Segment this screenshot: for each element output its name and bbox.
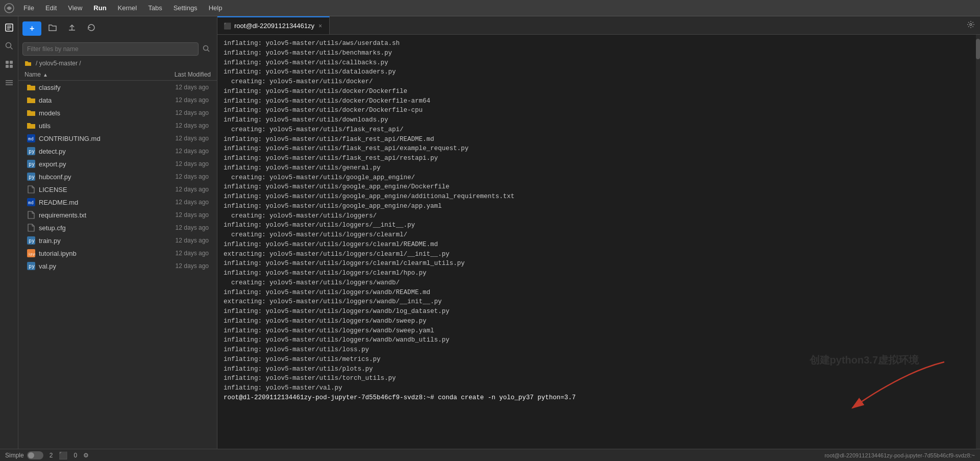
terminal-line: inflating: yolov5-master/utils/loggers/c… <box>224 259 974 269</box>
file-icon <box>27 223 36 232</box>
terminal-line: creating: yolov5-master/utils/loggers/cl… <box>224 230 974 240</box>
menu-edit[interactable]: Edit <box>40 2 62 14</box>
terminal-line: inflating: yolov5-master/utils/flask_res… <box>224 135 974 144</box>
file-icon: py <box>27 147 36 156</box>
terminal-line: extracting: yolov5-master/utils/loggers/… <box>224 297 974 307</box>
modified-col-label: Last Modified <box>175 71 211 78</box>
terminal-content[interactable]: inflating: yolov5-master/utils/aws/userd… <box>217 35 980 449</box>
terminal-scrollbar[interactable] <box>976 35 980 449</box>
simple-mode-label: Simple <box>5 452 24 459</box>
breadcrumb: / yolov5-master / <box>18 58 217 69</box>
file-list: classify 12 days ago data 12 days ago mo… <box>18 81 217 449</box>
upload-button[interactable] <box>64 20 80 36</box>
file-modified: 12 days ago <box>153 262 209 270</box>
file-name: utils <box>39 122 153 130</box>
col-modified-header[interactable]: Last Modified <box>155 71 211 78</box>
tab-bar: ⬛ root@dl-2209112134461zy × <box>217 16 980 35</box>
svg-text:py: py <box>29 238 35 244</box>
terminal-line: inflating: yolov5-master/utils/google_ap… <box>224 182 974 192</box>
terminal-line: inflating: yolov5-master/utils/callbacks… <box>224 58 974 68</box>
terminal-line: root@dl-2209112134461zy-pod-jupyter-7d55… <box>224 393 974 403</box>
file-item[interactable]: requirements.txt 12 days ago <box>20 209 215 221</box>
terminal-line: inflating: yolov5-master/utils/docker/Do… <box>224 106 974 115</box>
file-icon <box>27 121 36 130</box>
new-folder-button[interactable] <box>44 20 61 36</box>
icon-bar-extensions[interactable] <box>2 57 16 71</box>
file-name: requirements.txt <box>39 211 153 219</box>
file-item[interactable]: md README.md 12 days ago <box>20 196 215 208</box>
kernel-status: 0 <box>74 452 77 459</box>
refresh-button[interactable] <box>83 20 100 36</box>
file-icon <box>27 185 36 194</box>
file-modified: 12 days ago <box>153 199 209 206</box>
settings-icon-status[interactable]: ⚙ <box>83 452 89 459</box>
icon-bar-commands[interactable] <box>2 76 16 90</box>
file-item[interactable]: utils 12 days ago <box>20 119 215 132</box>
terminal-line: inflating: yolov5-master/utils/metrics.p… <box>224 355 974 365</box>
terminal-tab[interactable]: ⬛ root@dl-2209112134461zy × <box>217 16 330 34</box>
file-modified: 12 days ago <box>153 237 209 244</box>
menu-kernel[interactable]: Kernel <box>113 2 142 14</box>
terminal-line: inflating: yolov5-master/utils/loggers/w… <box>224 307 974 317</box>
svg-line-17 <box>208 50 210 52</box>
tab-close-button[interactable]: × <box>317 22 323 30</box>
file-item[interactable]: models 12 days ago <box>20 107 215 119</box>
menu-tabs[interactable]: Tabs <box>143 2 167 14</box>
icon-bar-search[interactable] <box>2 39 16 53</box>
terminal-line: extracting: yolov5-master/utils/loggers/… <box>224 250 974 259</box>
file-item[interactable]: classify 12 days ago <box>20 81 215 93</box>
status-terminal-info: root@dl-2209112134461zy-pod-jupyter-7d55… <box>824 452 975 458</box>
file-name: models <box>39 109 153 117</box>
terminal-line: creating: yolov5-master/utils/google_app… <box>224 173 974 183</box>
search-input[interactable] <box>22 42 199 56</box>
file-icon: py <box>27 159 36 168</box>
file-item[interactable]: LICENSE 12 days ago <box>20 183 215 196</box>
terminal-line: inflating: yolov5-master/utils/loggers/w… <box>224 326 974 336</box>
svg-text:py: py <box>29 263 35 269</box>
file-modified: 12 days ago <box>153 186 209 193</box>
terminal-line: inflating: yolov5-master/utils/flask_res… <box>224 144 974 154</box>
file-table-header: Name ▲ Last Modified <box>18 69 217 81</box>
terminal-settings-icon[interactable] <box>962 20 980 31</box>
file-modified: 12 days ago <box>153 173 209 180</box>
menu-run[interactable]: Run <box>88 2 111 14</box>
file-item[interactable]: ipynb tutorial.ipynb 12 days ago <box>20 247 215 259</box>
col-name-header[interactable]: Name ▲ <box>24 71 155 78</box>
file-modified: 12 days ago <box>153 135 209 142</box>
file-item[interactable]: data 12 days ago <box>20 94 215 106</box>
svg-text:py: py <box>29 174 35 180</box>
file-item[interactable]: py hubconf.py 12 days ago <box>20 171 215 183</box>
file-item[interactable]: py detect.py 12 days ago <box>20 145 215 157</box>
terminal-line: inflating: yolov5-master/utils/benchmark… <box>224 48 974 58</box>
terminal-line: creating: yolov5-master/utils/loggers/ <box>224 211 974 221</box>
file-item[interactable]: setup.cfg 12 days ago <box>20 222 215 234</box>
file-item[interactable]: md CONTRIBUTING.md 12 days ago <box>20 132 215 144</box>
file-icon: md <box>27 198 36 207</box>
menu-settings[interactable]: Settings <box>168 2 203 14</box>
svg-rect-10 <box>10 65 13 68</box>
file-item[interactable]: py val.py 12 days ago <box>20 260 215 272</box>
menu-file[interactable]: File <box>18 2 39 14</box>
terminal-line: inflating: yolov5-master/utils/docker/Do… <box>224 87 974 96</box>
terminal-line: inflating: yolov5-master/utils/plots.py <box>224 365 974 374</box>
file-item[interactable]: py export.py 12 days ago <box>20 158 215 170</box>
file-icon: py <box>27 172 36 181</box>
sort-asc-icon: ▲ <box>43 72 48 78</box>
tab-count: 2 <box>50 452 53 459</box>
search-button[interactable] <box>200 43 213 56</box>
toggle-switch[interactable] <box>27 451 43 459</box>
menu-view[interactable]: View <box>63 2 87 14</box>
file-modified: 12 days ago <box>153 148 209 155</box>
icon-bar-files[interactable] <box>2 20 16 35</box>
file-name: data <box>39 96 153 104</box>
new-button[interactable]: + + <box>22 21 41 36</box>
terminal-icon: ⬛ <box>224 22 231 30</box>
file-icon: py <box>27 261 36 271</box>
terminal-line: inflating: yolov5-master/utils/general.p… <box>224 163 974 173</box>
menu-help[interactable]: Help <box>204 2 228 14</box>
svg-rect-9 <box>6 65 9 68</box>
status-bar: Simple 2 ⬛ 0 ⚙ root@dl-2209112134461zy-p… <box>0 449 980 461</box>
simple-mode-toggle[interactable]: Simple <box>5 451 43 459</box>
file-item[interactable]: py train.py 12 days ago <box>20 234 215 247</box>
svg-rect-7 <box>6 61 9 64</box>
